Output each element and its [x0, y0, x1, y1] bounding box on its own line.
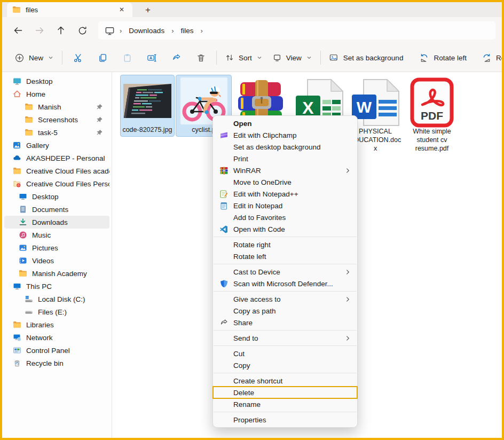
chevron-down-icon: [48, 54, 54, 61]
defender-icon: [219, 279, 230, 288]
rename-button[interactable]: A: [139, 48, 164, 67]
sidebar-item-recycle-bin[interactable]: Recycle bin: [4, 357, 109, 370]
menu-item-move-to-onedrive[interactable]: Move to OneDrive: [213, 176, 357, 188]
sidebar-item-label: Pictures: [32, 244, 58, 252]
menu-item-set-as-desktop-background[interactable]: Set as desktop background: [213, 141, 357, 153]
menu-item-give-access-to[interactable]: Give access to: [213, 293, 357, 305]
sidebar-item-videos[interactable]: Videos: [4, 254, 109, 267]
sidebar-item-home[interactable]: Home: [4, 88, 109, 100]
new-button[interactable]: New: [10, 49, 59, 67]
sidebar-item-akashdeep-personal[interactable]: AKASHDEEP - Personal: [4, 152, 109, 164]
sort-button[interactable]: Sort: [220, 49, 267, 66]
sidebar-item-label: This PC: [26, 282, 52, 290]
sidebar-item-desktop[interactable]: Desktop: [4, 190, 109, 203]
menu-item-properties[interactable]: Properties: [213, 414, 357, 426]
menu-item-winrar[interactable]: WinRAR: [213, 164, 357, 176]
sidebar-item-label: Documents: [32, 206, 68, 214]
share-button[interactable]: [164, 48, 188, 67]
menu-item-edit-in-notepad[interactable]: Edit in Notepad: [213, 200, 357, 211]
menu-item-rotate-right[interactable]: Rotate right: [213, 239, 357, 250]
tab-bar: files ✕ +: [2, 2, 502, 17]
menu-item-open[interactable]: Open: [213, 117, 357, 129]
breadcrumb-item-files[interactable]: files: [177, 25, 196, 36]
menu-item-edit-with-clipchamp[interactable]: Edit with Clipchamp: [213, 129, 357, 141]
file-code-820275-jpg[interactable]: code-820275.jpg: [120, 75, 175, 137]
gallery-icon: [13, 141, 21, 150]
sidebar-item-label: task-5: [38, 129, 58, 137]
menu-item-send-to[interactable]: Send to: [213, 332, 357, 344]
rotate-right-button[interactable]: Rotate right: [477, 49, 502, 67]
sidebar-item-music[interactable]: Music: [4, 229, 109, 241]
file-resume-pdf[interactable]: PDFWhite simplestudent cvresume.pdf: [405, 76, 459, 155]
menu-item-print[interactable]: Print: [213, 153, 357, 164]
sidebar-item-documents[interactable]: Documents: [4, 203, 109, 216]
menu-item-share[interactable]: Share: [213, 317, 357, 328]
sidebar-item-screenshots[interactable]: Screenshots: [4, 113, 109, 126]
chevron-down-icon: [306, 54, 312, 61]
sidebar-item-task-5[interactable]: task-5: [4, 126, 109, 139]
view-icon: [272, 53, 282, 62]
menu-item-cut[interactable]: Cut: [213, 348, 357, 359]
new-tab-button[interactable]: +: [141, 5, 155, 17]
downloads-icon: [19, 218, 27, 226]
menu-item-create-shortcut[interactable]: Create shortcut: [213, 375, 357, 387]
tab-files[interactable]: files ✕: [7, 2, 132, 17]
tab-close-icon[interactable]: ✕: [116, 5, 127, 14]
menu-item-copy[interactable]: Copy: [213, 359, 357, 371]
address-bar[interactable]: ›Downloads›files›: [98, 21, 495, 40]
menu-item-rotate-left[interactable]: Rotate left: [213, 250, 357, 262]
recycle-icon: [13, 359, 21, 367]
forward-button[interactable]: [29, 21, 50, 40]
code-thumbnail: [121, 76, 174, 125]
sidebar-item-manish[interactable]: Manish: [4, 100, 109, 113]
winrar-icon: [219, 166, 230, 175]
sidebar-item-control-panel[interactable]: Control Panel: [4, 344, 109, 357]
control-panel-icon: [13, 346, 21, 355]
sidebar-item-creative-cloud-files-personal[interactable]: Creative Cloud Files Personal: [4, 177, 109, 190]
pin-icon: [96, 104, 103, 111]
submenu-arrow-icon: [345, 334, 351, 342]
view-button[interactable]: View: [267, 49, 317, 66]
context-menu: OpenEdit with ClipchampSet as desktop ba…: [212, 115, 358, 428]
refresh-button[interactable]: [72, 21, 93, 40]
back-button[interactable]: [7, 21, 29, 40]
menu-separator: [214, 345, 357, 346]
sidebar-item-gallery[interactable]: Gallery: [4, 139, 109, 152]
breadcrumb-item-downloads[interactable]: Downloads: [125, 25, 168, 36]
sidebar-item-files-e[interactable]: Files (E:): [4, 305, 109, 318]
menu-item-edit-with-notepad[interactable]: Edit with Notepad++: [213, 188, 357, 200]
sidebar-item-creative-cloud-files-academ[interactable]: Creative Cloud Files academ: [4, 164, 109, 177]
vscode-icon: [219, 225, 230, 234]
up-button[interactable]: [50, 21, 72, 40]
paste-button[interactable]: [115, 48, 139, 67]
sidebar-item-this-pc[interactable]: This PC: [4, 280, 109, 293]
sidebar-item-pictures[interactable]: Pictures: [4, 241, 109, 254]
rotate-left-button[interactable]: Rotate left: [414, 49, 471, 67]
sidebar-item-desktop[interactable]: Desktop: [4, 75, 109, 88]
sidebar-item-local-disk-c[interactable]: Local Disk (C:): [4, 293, 109, 305]
clipchamp-icon: [219, 131, 230, 140]
sidebar-item-libraries[interactable]: Libraries: [4, 318, 109, 331]
sidebar-item-downloads[interactable]: Downloads: [4, 216, 109, 229]
delete-button[interactable]: [188, 48, 213, 67]
sidebar-item-manish-academy[interactable]: Manish Academy: [4, 267, 109, 280]
menu-item-scan-with-microsoft-defender[interactable]: Scan with Microsoft Defender...: [213, 278, 357, 289]
toolbar-divider: [62, 51, 62, 65]
menu-item-open-with-code[interactable]: Open with Code: [213, 223, 357, 235]
toolbar-divider: [320, 51, 321, 65]
breadcrumb: ›Downloads›files›: [116, 25, 207, 36]
menu-item-copy-as-path[interactable]: Copy as path: [213, 305, 357, 317]
menu-separator: [214, 330, 357, 331]
set-as-background-button[interactable]: Set as background: [324, 49, 408, 67]
svg-text:A: A: [149, 56, 152, 60]
menu-item-rename[interactable]: Rename: [213, 398, 357, 410]
tab-title: files: [26, 6, 116, 14]
copy-button[interactable]: [90, 48, 115, 67]
pdf-file-icon: PDF: [406, 78, 458, 127]
file-grid: code-820275.jpgcyclist.pXWPHYSICALEDUCAT…: [112, 72, 502, 438]
menu-item-cast-to-device[interactable]: Cast to Device: [213, 266, 357, 278]
menu-item-add-to-favorites[interactable]: Add to Favorites: [213, 211, 357, 223]
sidebar-item-network[interactable]: Network: [4, 331, 109, 344]
menu-item-delete[interactable]: Delete: [213, 387, 357, 398]
cut-button[interactable]: [66, 48, 90, 67]
